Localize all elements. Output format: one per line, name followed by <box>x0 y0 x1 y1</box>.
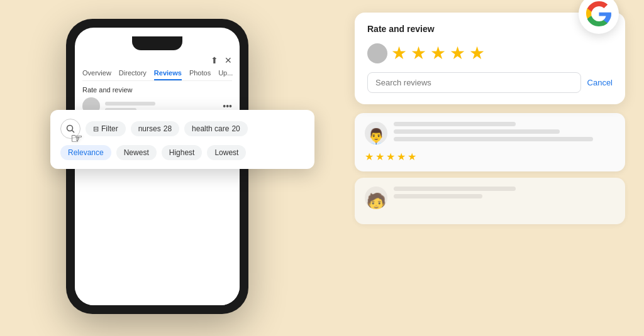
tab-more[interactable]: Up... <box>218 69 233 80</box>
review-card-1: ★ ★ ★ ★ ★ <box>355 113 625 171</box>
review-card-2-header <box>365 187 615 209</box>
reviewer-1-avatar <box>365 122 387 144</box>
close-icon[interactable]: ✕ <box>225 55 232 65</box>
filter-button[interactable]: ⊟ Filter <box>86 121 126 136</box>
rc-line <box>394 129 560 134</box>
rc-line <box>394 194 482 198</box>
search-reviews-row: Cancel <box>367 72 613 93</box>
rate-card-title: Rate and review <box>367 24 613 34</box>
cancel-button[interactable]: Cancel <box>587 78 613 87</box>
cursor-hand: ☞ <box>70 131 83 147</box>
rc-star-5: ★ <box>408 151 416 163</box>
filter-chips-row: ⊟ Filter nurses 28 health care 20 <box>60 119 304 139</box>
rc-line <box>394 122 516 126</box>
sort-newest[interactable]: Newest <box>116 145 157 160</box>
review-card-1-header <box>365 122 615 144</box>
sort-relevance[interactable]: Relevance <box>60 145 111 160</box>
tab-reviews[interactable]: Reviews <box>154 69 182 80</box>
rc-star-3: ★ <box>386 151 395 163</box>
filter-label: Filter <box>101 124 118 133</box>
phone-rate-label: Rate and review <box>82 86 232 94</box>
phone-tabs: Overview Directory Reviews Photos Up... <box>82 69 232 81</box>
rc-line <box>394 187 516 191</box>
tab-directory[interactable]: Directory <box>119 69 147 80</box>
review-card-1-stars: ★ ★ ★ ★ ★ <box>365 151 615 163</box>
phone-content: ⬆ ✕ Overview Directory Reviews Photos Up… <box>75 50 240 305</box>
nurses-chip[interactable]: nurses 28 <box>131 121 179 136</box>
health-care-chip[interactable]: health care 20 <box>184 121 248 136</box>
tab-photos[interactable]: Photos <box>189 69 211 80</box>
share-icon[interactable]: ⬆ <box>211 55 218 65</box>
phone-notch <box>132 36 182 50</box>
rc-star-1: ★ <box>365 151 374 163</box>
reviewer-2-avatar <box>365 187 387 209</box>
reviewer-2-lines <box>394 187 615 202</box>
sort-highest[interactable]: Highest <box>162 145 203 160</box>
rate-stars-row: ★ ★ ★ ★ ★ <box>367 43 613 63</box>
search-reviews-input[interactable] <box>367 72 581 93</box>
rate-avatar <box>367 43 387 63</box>
review-card-2 <box>355 178 625 224</box>
rate-star-5[interactable]: ★ <box>469 43 485 63</box>
sort-options-row: Relevance Newest Highest Lowest <box>60 145 304 160</box>
nurses-label: nurses <box>138 124 161 133</box>
rc-line <box>394 137 593 141</box>
rate-star-4[interactable]: ★ <box>450 43 465 63</box>
rate-review-card: Rate and review ★ ★ ★ ★ ★ Cancel <box>355 13 625 104</box>
filter-icon: ⊟ <box>93 125 99 133</box>
google-g-icon <box>586 1 611 26</box>
rate-star-2[interactable]: ★ <box>411 43 426 63</box>
health-care-label: health care <box>192 124 229 133</box>
reviewer-1-lines <box>394 122 615 144</box>
phone-topbar: ⬆ ✕ <box>82 55 232 65</box>
nurses-count: 28 <box>164 124 172 133</box>
filter-popup: ⊟ Filter nurses 28 health care 20 Releva… <box>50 110 314 169</box>
tab-overview[interactable]: Overview <box>82 69 111 80</box>
rate-star-3[interactable]: ★ <box>430 43 446 63</box>
rc-star-2: ★ <box>375 151 384 163</box>
right-panels: Rate and review ★ ★ ★ ★ ★ Cancel ★ ★ <box>355 13 625 230</box>
phone-mockup: ⬆ ✕ Overview Directory Reviews Photos Up… <box>60 19 255 320</box>
health-care-count: 20 <box>231 124 240 133</box>
rc-star-4: ★ <box>397 151 406 163</box>
sort-lowest[interactable]: Lowest <box>207 145 246 160</box>
rate-star-1[interactable]: ★ <box>391 43 407 63</box>
reviewer-name-bar <box>105 102 155 106</box>
